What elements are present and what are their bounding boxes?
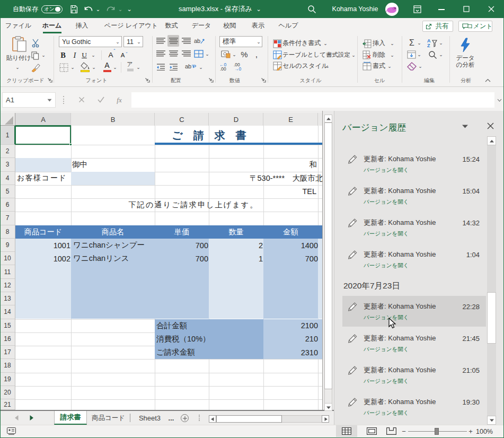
svg-text:Z: Z — [427, 43, 430, 48]
svg-text:ab: ab — [194, 38, 200, 44]
svg-text:.00: .00 — [220, 66, 226, 71]
svg-text:ab: ab — [185, 63, 191, 69]
svg-text:→0: →0 — [234, 66, 242, 71]
